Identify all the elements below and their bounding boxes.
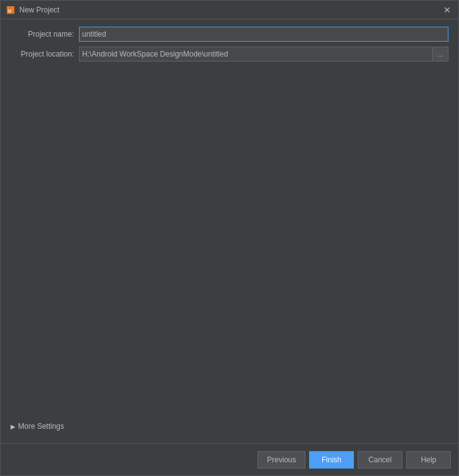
- dialog-footer: Previous Finish Cancel Help: [1, 443, 458, 475]
- previous-label: Previous: [267, 455, 296, 464]
- finish-label: Finish: [322, 455, 341, 464]
- close-button[interactable]: ✕: [441, 4, 453, 16]
- browse-button[interactable]: ...: [432, 47, 448, 62]
- svg-text:U: U: [8, 7, 12, 13]
- project-location-row: Project location: ...: [11, 47, 448, 62]
- help-label: Help: [421, 455, 437, 464]
- project-name-row: Project name:: [11, 27, 448, 42]
- app-icon: U: [6, 5, 16, 15]
- project-name-input[interactable]: [79, 27, 448, 42]
- project-location-input-group: ...: [79, 47, 448, 62]
- browse-label: ...: [437, 50, 443, 58]
- cancel-button[interactable]: Cancel: [358, 451, 402, 469]
- project-name-label: Project name:: [11, 30, 79, 39]
- close-icon: ✕: [443, 5, 451, 15]
- more-settings-toggle[interactable]: ▶ More Settings: [11, 417, 448, 436]
- cancel-label: Cancel: [368, 455, 391, 464]
- project-location-label: Project location:: [11, 50, 79, 58]
- more-settings-arrow-icon: ▶: [11, 423, 16, 430]
- more-settings-label: More Settings: [18, 422, 64, 431]
- help-button[interactable]: Help: [406, 451, 451, 469]
- previous-button[interactable]: Previous: [257, 451, 305, 469]
- title-bar: U New Project ✕: [1, 1, 458, 19]
- dialog-content: Project name: Project location: ... ▶ Mo…: [1, 19, 458, 443]
- new-project-dialog: U New Project ✕ Project name: Project lo…: [0, 0, 459, 476]
- content-spacer: [11, 66, 448, 417]
- dialog-title: New Project: [19, 6, 441, 14]
- finish-button[interactable]: Finish: [309, 451, 354, 469]
- project-location-input[interactable]: [79, 47, 432, 62]
